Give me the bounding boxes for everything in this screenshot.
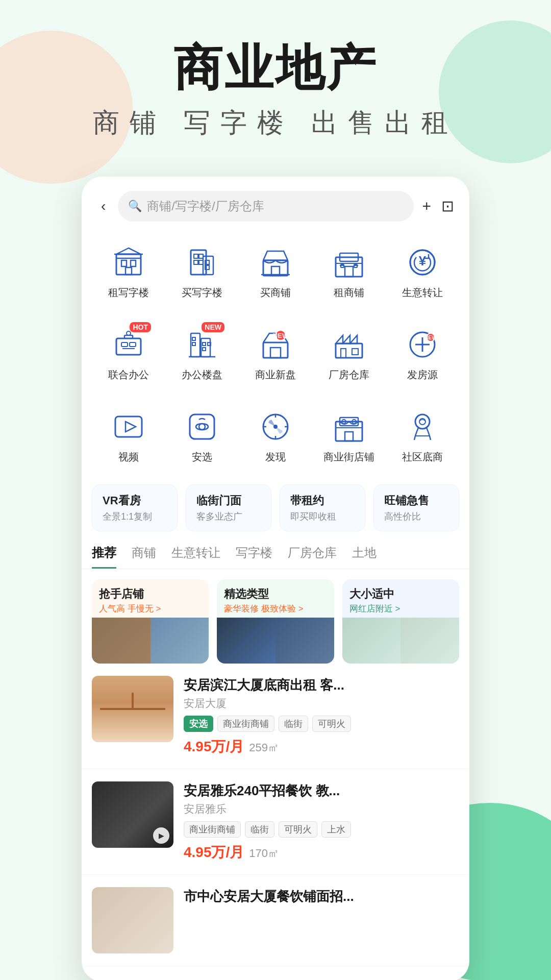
cat-buy-office[interactable]: 买写字楼 xyxy=(165,235,239,307)
listing-info-2: 安居雅乐240平招餐饮 教... 安居雅乐 商业街商铺 临街 可明火 上水 4.… xyxy=(184,781,459,862)
tab-office[interactable]: 写字楼 xyxy=(236,545,272,569)
cat-cowork[interactable]: HOT 联合办公 xyxy=(92,317,165,389)
cat-rent-shop-label: 租商铺 xyxy=(334,286,364,300)
category-grid-row1: 租写字楼 买写字楼 xyxy=(82,230,469,312)
listing-2-play-button[interactable]: ▶ xyxy=(153,827,169,844)
topbar-actions: + ⊡ xyxy=(422,197,454,215)
cat-anxuan-icon-wrap xyxy=(182,406,222,447)
svg-rect-39 xyxy=(192,342,195,346)
svg-rect-0 xyxy=(116,254,141,275)
coll-card-right-size[interactable]: 大小适中 网红店附近 > xyxy=(342,579,459,664)
cat-office-disk-icon-wrap: NEW xyxy=(182,324,222,365)
cat-post-source-label: 发房源 xyxy=(407,368,438,382)
svg-rect-42 xyxy=(208,342,211,346)
listing-thumb-3-img xyxy=(92,887,173,953)
cat-community-shop-icon-wrap xyxy=(402,406,443,447)
cat-rent-office-icon xyxy=(108,242,149,283)
cat-comm-shop[interactable]: 商业街店铺 xyxy=(312,399,386,471)
cat-video-icon-wrap xyxy=(108,406,149,447)
cat-rent-shop[interactable]: 租商铺 xyxy=(312,235,386,307)
coll-card-grab-shop[interactable]: 抢手店铺 人气高 手慢无 > xyxy=(92,579,209,664)
cat-video[interactable]: 视频 xyxy=(92,399,165,471)
page-title: 商业地产 xyxy=(0,41,551,95)
svg-rect-78 xyxy=(345,432,353,441)
svg-rect-61 xyxy=(115,416,142,437)
cat-buy-shop-icon xyxy=(255,242,296,283)
coll-card-right-size-images xyxy=(342,618,459,664)
coll-img-office2 xyxy=(400,618,459,664)
cat-buy-office-icon xyxy=(182,242,222,283)
feature-card-vr[interactable]: VR看房 全景1:1复制 xyxy=(92,484,178,531)
cat-community-shop-label: 社区底商 xyxy=(402,450,443,464)
listing-1-price: 4.95万/月 259㎡ xyxy=(184,737,459,756)
listing-1-source: 安居大厦 xyxy=(184,696,459,710)
listing-1-area: 259㎡ xyxy=(249,740,279,755)
feature-card-street-front-title: 临街门面 xyxy=(196,493,261,508)
cat-post-source-icon-wrap: NEW xyxy=(402,324,443,365)
cat-office-disk[interactable]: NEW 办公楼盘 xyxy=(165,317,239,389)
listing-info-3: 市中心安居大厦餐饮铺面招... xyxy=(184,887,459,953)
svg-text:¥: ¥ xyxy=(419,253,427,268)
tab-shop[interactable]: 商铺 xyxy=(132,545,156,569)
tab-recommend[interactable]: 推荐 xyxy=(92,545,116,569)
tab-transfer[interactable]: 生意转让 xyxy=(171,545,220,569)
cat-discover[interactable]: 发现 xyxy=(239,399,312,471)
coll-card-select-type-sub: 豪华装修 极致体验 > xyxy=(224,603,327,615)
coll-card-right-size-sub: 网红店附近 > xyxy=(349,603,452,615)
listing-thumb-1 xyxy=(92,676,173,742)
listing-2-area: 170㎡ xyxy=(249,846,279,861)
feature-card-with-lease[interactable]: 带租约 即买即收租 xyxy=(280,484,365,531)
cat-anxuan[interactable]: 安选 xyxy=(165,399,239,471)
cat-rent-shop-icon xyxy=(329,242,369,283)
svg-rect-32 xyxy=(130,342,136,347)
tag-2-street-facing: 临街 xyxy=(245,821,274,838)
coll-img-office1 xyxy=(342,618,401,664)
feature-card-vr-sub: 全景1:1复制 xyxy=(103,510,167,523)
cat-factory-icon-wrap xyxy=(329,324,369,365)
category-grid-row3: 视频 安选 xyxy=(82,394,469,476)
cat-buy-shop[interactable]: 买商铺 xyxy=(239,235,312,307)
tab-land[interactable]: 土地 xyxy=(352,545,377,569)
cat-transfer-biz[interactable]: ¥ 生意转让 xyxy=(386,235,459,307)
coll-card-grab-shop-images xyxy=(92,618,209,664)
svg-rect-1 xyxy=(121,260,127,266)
search-bar[interactable]: 🔍 商铺/写字楼/厂房仓库 xyxy=(118,191,414,222)
listing-2-title: 安居雅乐240平招餐饮 教... xyxy=(184,781,459,800)
back-button[interactable]: ‹ xyxy=(97,196,110,216)
listing-thumb-1-img xyxy=(92,676,173,742)
feature-card-vr-title: VR看房 xyxy=(103,493,167,508)
tab-factory[interactable]: 厂房仓库 xyxy=(288,545,337,569)
coll-card-right-size-header: 大小适中 网红店附近 > xyxy=(342,579,459,618)
feature-card-street-front[interactable]: 临街门面 客多业态广 xyxy=(186,484,271,531)
cat-post-source[interactable]: NEW 发房源 xyxy=(386,317,459,389)
message-button[interactable]: ⊡ xyxy=(441,197,454,215)
add-button[interactable]: + xyxy=(422,198,431,215)
cat-rent-office[interactable]: 租写字楼 xyxy=(92,235,165,307)
svg-marker-50 xyxy=(336,335,343,344)
cat-factory[interactable]: 厂房仓库 xyxy=(312,317,386,389)
tag-comm-shop-street: 商业街商铺 xyxy=(217,716,274,732)
phone-topbar: ‹ 🔍 商铺/写字楼/厂房仓库 + ⊡ xyxy=(82,177,469,230)
coll-card-select-type[interactable]: 精选类型 豪华装修 极致体验 > xyxy=(217,579,334,664)
listing-thumb-3 xyxy=(92,887,173,953)
listing-item-1[interactable]: 安居滨江大厦底商出租 客... 安居大厦 安选 商业街商铺 临街 可明火 4.9… xyxy=(82,664,469,769)
feature-card-hot-sale-sub: 高性价比 xyxy=(384,510,448,523)
cat-comm-shop-label: 商业街店铺 xyxy=(323,450,374,464)
svg-text:NEW: NEW xyxy=(273,332,289,339)
coll-card-grab-shop-header: 抢手店铺 人气高 手慢无 > xyxy=(92,579,209,618)
cat-community-shop[interactable]: 社区底商 xyxy=(386,399,459,471)
coll-card-right-size-title: 大小适中 xyxy=(349,586,452,602)
feature-card-hot-sale[interactable]: 旺铺急售 高性价比 xyxy=(373,484,459,531)
cat-commercial-new[interactable]: NEW 商业新盘 xyxy=(239,317,312,389)
tag-2-open-fire: 可明火 xyxy=(279,821,317,838)
svg-rect-41 xyxy=(203,348,206,351)
cat-commercial-new-label: 商业新盘 xyxy=(255,368,296,382)
svg-marker-52 xyxy=(350,335,357,344)
listing-item-2[interactable]: ▶ 安居雅乐240平招餐饮 教... 安居雅乐 商业街商铺 临街 可明火 上水 … xyxy=(82,769,469,875)
coll-img-interior1 xyxy=(217,618,276,664)
listing-item-3[interactable]: 市中心安居大厦餐饮铺面招... xyxy=(82,875,469,966)
coll-card-select-type-images xyxy=(217,618,334,664)
svg-marker-72 xyxy=(276,427,283,434)
cat-commercial-new-icon-wrap: NEW xyxy=(255,324,296,365)
coll-img-shop2 xyxy=(151,618,209,664)
